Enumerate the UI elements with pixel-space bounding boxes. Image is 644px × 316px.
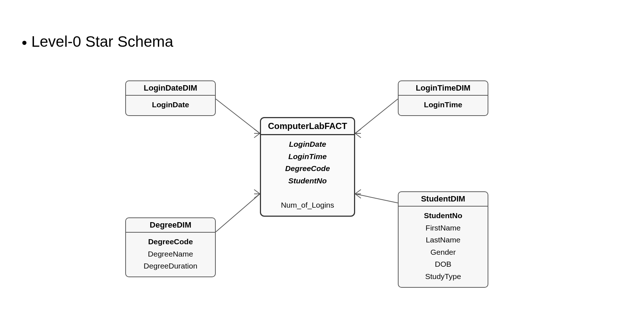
fact-key: DegreeCode — [266, 162, 349, 175]
svg-line-11 — [254, 194, 260, 198]
svg-line-7 — [355, 133, 361, 138]
entity-degree-dim: DegreeDIM DegreeCode DegreeName DegreeDu… — [125, 217, 216, 277]
spacer — [266, 187, 349, 199]
svg-line-9 — [254, 190, 260, 194]
entity-body: LoginTime — [399, 96, 488, 115]
connector-logindate — [216, 99, 260, 138]
entity-header: StudentDIM — [399, 192, 488, 207]
attr-pk: DegreeCode — [131, 236, 210, 248]
svg-line-1 — [254, 129, 260, 133]
entity-body: LoginDate LoginTime DegreeCode StudentNo… — [261, 135, 354, 216]
entity-logintime-dim: LoginTimeDIM LoginTime — [398, 80, 488, 116]
attr: DegreeName — [131, 248, 210, 260]
fact-key: LoginDate — [266, 138, 349, 150]
fact-key: StudentNo — [266, 175, 349, 187]
attr: FirstName — [404, 222, 483, 234]
entity-header: ComputerLabFACT — [261, 118, 354, 135]
svg-line-0 — [216, 99, 260, 133]
attr: Gender — [404, 246, 483, 258]
attr: DOB — [404, 258, 483, 270]
attr-pk: StudentNo — [404, 209, 483, 222]
svg-line-3 — [254, 133, 260, 138]
connector-logintime — [355, 99, 398, 138]
entity-body: LoginDate — [126, 96, 215, 115]
bullet-icon: • — [22, 34, 27, 52]
svg-line-13 — [355, 190, 361, 194]
entity-body: StudentNo FirstName LastName Gender DOB … — [399, 207, 488, 287]
entity-header: LoginTimeDIM — [399, 81, 488, 96]
connector-degree — [216, 190, 260, 232]
svg-line-5 — [355, 129, 361, 133]
attr: DegreeDuration — [131, 260, 210, 272]
svg-line-8 — [216, 194, 260, 232]
entity-computerlab-fact: ComputerLabFACT LoginDate LoginTime Degr… — [260, 117, 355, 217]
svg-line-12 — [355, 194, 398, 203]
svg-line-4 — [355, 99, 398, 133]
attr-pk: LoginDate — [131, 99, 210, 111]
entity-header: DegreeDIM — [126, 218, 215, 233]
entity-body: DegreeCode DegreeName DegreeDuration — [126, 233, 215, 276]
entity-header: LoginDateDIM — [126, 81, 215, 96]
attr: LastName — [404, 234, 483, 246]
entity-logindate-dim: LoginDateDIM LoginDate — [125, 80, 216, 116]
diagram-title: • Level-0 Star Schema — [22, 33, 173, 52]
fact-key: LoginTime — [266, 150, 349, 163]
svg-line-15 — [355, 194, 361, 198]
attr: StudyType — [404, 270, 483, 283]
title-text: Level-0 Star Schema — [31, 33, 173, 50]
connector-student — [355, 190, 398, 203]
attr-pk: LoginTime — [404, 99, 483, 111]
entity-student-dim: StudentDIM StudentNo FirstName LastName … — [398, 191, 488, 288]
fact-measure: Num_of_Logins — [266, 199, 349, 211]
